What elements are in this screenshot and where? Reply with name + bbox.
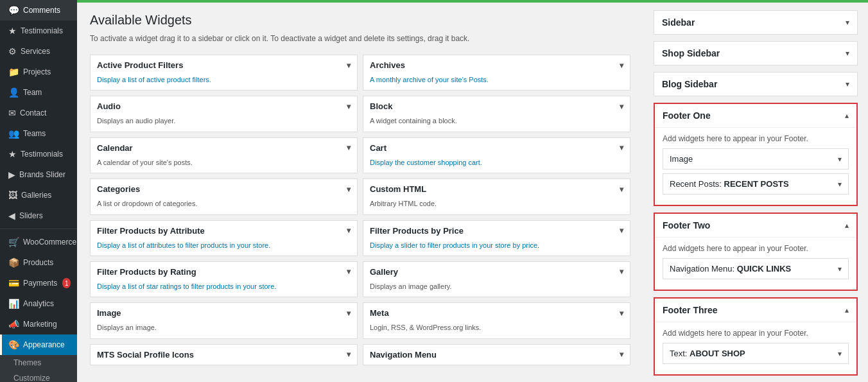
sidebar-area-header[interactable]: Footer One ▴ [655, 104, 856, 128]
sidebar-area-body: Add widgets here to appear in your Foote… [655, 128, 856, 205]
chevron-down-icon: ▾ [620, 267, 623, 276]
sidebar-area-header[interactable]: Footer Three ▴ [655, 299, 856, 322]
widget-name: Filter Products by Attribute [97, 226, 205, 236]
widget-header[interactable]: MTS Social Profile Icons ▾ [91, 345, 357, 365]
chevron-down-icon: ▾ [838, 155, 842, 164]
widget-header[interactable]: Filter Products by Price ▾ [363, 221, 630, 241]
widget-name: Navigation Menu [370, 350, 437, 360]
chevron-down-icon: ▾ [620, 102, 623, 111]
sidebar-area-footer-one: Footer One ▴ Add widgets here to appear … [654, 103, 858, 206]
sidebar-item-services[interactable]: ⚙ Services [0, 41, 77, 62]
widget-categories[interactable]: Categories ▾ A list or dropdown of categ… [90, 178, 358, 214]
sidebar-item-woocommerce[interactable]: 🛒 WooCommerce [0, 232, 77, 252]
widget-desc: A monthly archive of your site's Posts. [363, 75, 630, 90]
admin-sidebar: 💬 Comments ★ Testimonials ⚙ Services 📁 P… [0, 0, 77, 382]
sidebar-area-header[interactable]: Blog Sidebar ▾ [654, 73, 857, 96]
widget-block[interactable]: Block ▾ A widget containing a block. [363, 96, 630, 132]
widget-header[interactable]: Gallery ▾ [363, 262, 630, 282]
sidebar-item-label: Services [21, 47, 50, 56]
widget-archives[interactable]: Archives ▾ A monthly archive of your sit… [363, 55, 630, 91]
sidebar-area-header[interactable]: Footer Two ▴ [655, 214, 856, 238]
sidebar-item-projects[interactable]: 📁 Projects [0, 62, 77, 82]
analytics-icon: 📊 [8, 299, 19, 309]
widget-name: Cart [370, 143, 386, 153]
widget-active-product-filters[interactable]: Active Product Filters ▾ Display a list … [90, 55, 358, 91]
sidebar-item-contact[interactable]: ✉ Contact [0, 103, 77, 123]
widget-header[interactable]: Cart ▾ [363, 138, 630, 158]
widget-audio[interactable]: Audio ▾ Displays an audio player. [90, 96, 358, 132]
widget-calendar[interactable]: Calendar ▾ A calendar of your site's pos… [90, 137, 358, 173]
sidebar-item-sliders[interactable]: ◀ Sliders [0, 205, 77, 226]
sidebar-item-products[interactable]: 📦 Products [0, 252, 77, 273]
sidebar-item-label: Teams [23, 129, 46, 138]
widget-navigation-menu[interactable]: Navigation Menu ▾ [363, 344, 630, 365]
widget-header[interactable]: Block ▾ [363, 96, 630, 116]
widget-header[interactable]: Calendar ▾ [91, 138, 357, 158]
widget-name: Image [97, 308, 121, 318]
submenu-themes[interactable]: Themes [0, 355, 77, 370]
widget-gallery[interactable]: Gallery ▾ Displays an image gallery. [363, 261, 630, 297]
widget-header[interactable]: Meta ▾ [363, 303, 630, 323]
submenu-customize[interactable]: Customize [0, 370, 77, 382]
sidebar-item-payments[interactable]: 💳 Payments 1 [0, 273, 77, 293]
widget-filter-rating[interactable]: Filter Products by Rating ▾ Display a li… [90, 261, 358, 297]
chevron-down-icon: ▾ [347, 350, 351, 359]
footer-three-text-widget[interactable]: Text: ABOUT SHOP ▾ [663, 343, 849, 364]
widget-cart[interactable]: Cart ▾ Display the customer shopping car… [363, 137, 630, 173]
sidebar-item-label: Sliders [19, 211, 43, 220]
widget-header[interactable]: Categories ▾ [91, 179, 357, 199]
sidebar-item-marketing[interactable]: 📣 Marketing [0, 314, 77, 334]
sliders-icon: ◀ [8, 211, 15, 221]
widget-desc: A widget containing a block. [363, 116, 630, 131]
widget-header[interactable]: Image ▾ [91, 303, 357, 323]
widget-header[interactable]: Filter Products by Rating ▾ [91, 262, 357, 282]
widget-name: Archives [370, 60, 405, 70]
sidebar-area-title: Footer Three [663, 305, 718, 315]
sidebar-item-label: Payments [23, 279, 57, 288]
widget-desc: A list or dropdown of categories. [91, 199, 357, 214]
widget-filter-attribute[interactable]: Filter Products by Attribute ▾ Display a… [90, 220, 358, 256]
widget-mts-social[interactable]: MTS Social Profile Icons ▾ [90, 344, 358, 365]
widget-header[interactable]: Custom HTML ▾ [363, 179, 630, 199]
widget-name: Meta [370, 308, 389, 318]
sidebar-area-title: Sidebar [662, 17, 695, 28]
sidebar-item-label: Appearance [23, 340, 65, 349]
payments-icon: 💳 [8, 278, 19, 288]
sidebar-area-title: Blog Sidebar [662, 79, 717, 89]
widget-meta[interactable]: Meta ▾ Login, RSS, & WordPress.org links… [363, 302, 630, 338]
sidebar-item-analytics[interactable]: 📊 Analytics [0, 293, 77, 314]
sidebar-area-header[interactable]: Shop Sidebar ▾ [654, 42, 857, 65]
footer-two-nav-menu-widget[interactable]: Navigation Menu: QUICK LINKS ▾ [663, 258, 849, 279]
footer-one-recent-posts-widget[interactable]: Recent Posts: RECENT POSTS ▾ [663, 173, 849, 195]
sidebar-item-teams[interactable]: 👥 Teams [0, 123, 77, 144]
chevron-down-icon: ▾ [347, 102, 351, 111]
teams-icon: 👥 [8, 128, 19, 139]
payments-badge: 1 [62, 278, 71, 288]
sidebar-area-header[interactable]: Sidebar ▾ [654, 11, 857, 34]
widget-header[interactable]: Active Product Filters ▾ [91, 55, 357, 75]
widget-header[interactable]: Archives ▾ [363, 55, 630, 75]
sidebar-item-team[interactable]: 👤 Team [0, 82, 77, 103]
sidebar-item-brands[interactable]: ▶ Brands Slider [0, 164, 77, 185]
widget-filter-price[interactable]: Filter Products by Price ▾ Display a sli… [363, 220, 630, 256]
chevron-down-icon: ▾ [347, 267, 351, 276]
sidebar-area-title: Shop Sidebar [662, 48, 720, 58]
widget-custom-html[interactable]: Custom HTML ▾ Arbitrary HTML code. [363, 178, 630, 214]
submenu-label: Customize [13, 374, 50, 382]
widget-image[interactable]: Image ▾ Displays an image. [90, 302, 358, 338]
footer-one-image-widget[interactable]: Image ▾ [663, 148, 849, 169]
sidebar-item-testimonials2[interactable]: ★ Testimonials [0, 144, 77, 164]
sidebar-item-comments[interactable]: 💬 Comments [0, 0, 77, 21]
widget-header[interactable]: Audio ▾ [91, 96, 357, 116]
widget-header[interactable]: Filter Products by Attribute ▾ [91, 221, 357, 241]
sidebar-item-label: Projects [23, 67, 51, 76]
widget-header[interactable]: Navigation Menu ▾ [363, 345, 630, 365]
sidebar-item-appearance[interactable]: 🎨 Appearance [0, 334, 77, 355]
chevron-down-icon: ▾ [620, 350, 623, 359]
widget-name: Filter Products by Price [370, 226, 464, 236]
sidebar-item-testimonials1[interactable]: ★ Testimonials [0, 21, 77, 41]
chevron-down-icon: ▾ [347, 226, 351, 235]
sidebar-item-galleries[interactable]: 🖼 Galleries [0, 185, 77, 205]
sidebar-area-title: Footer One [663, 110, 711, 121]
sidebar-item-label: Testimonials [21, 26, 63, 35]
